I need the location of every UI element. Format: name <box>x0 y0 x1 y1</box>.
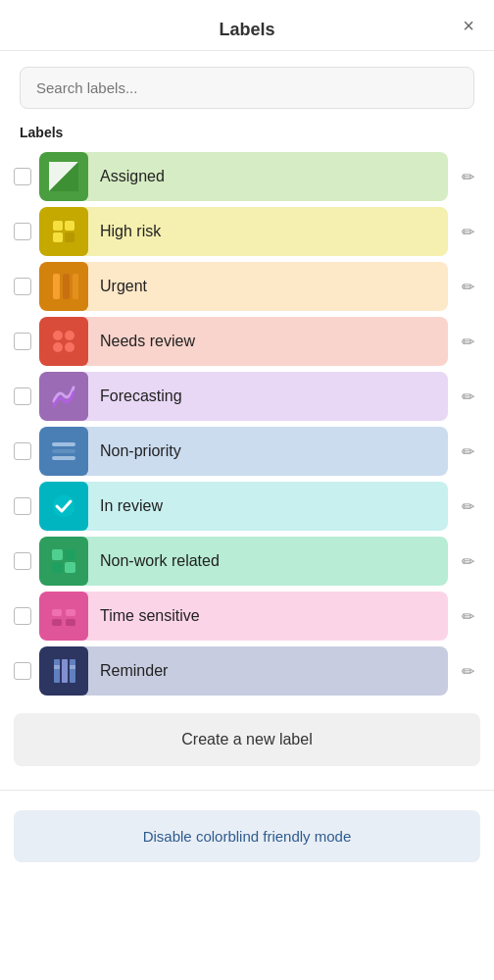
svg-rect-21 <box>66 609 75 616</box>
svg-rect-26 <box>70 659 75 683</box>
list-item: Forecasting ✏ <box>14 372 480 421</box>
label-pill-needs-review: Needs review <box>39 317 448 366</box>
edit-button-time-sensitive[interactable]: ✏ <box>456 606 480 627</box>
label-name-non-priority: Non-priority <box>88 442 448 460</box>
edit-button-urgent[interactable]: ✏ <box>456 277 480 297</box>
svg-rect-16 <box>52 549 63 560</box>
svg-rect-28 <box>70 665 75 669</box>
svg-rect-4 <box>53 232 63 242</box>
pencil-icon: ✏ <box>462 662 474 681</box>
label-name-assigned: Assigned <box>88 168 448 185</box>
label-icon-needs-review <box>39 317 88 366</box>
edit-button-assigned[interactable]: ✏ <box>456 167 480 187</box>
svg-point-12 <box>65 342 74 352</box>
search-input[interactable] <box>20 67 474 109</box>
list-item: Needs review ✏ <box>14 317 480 366</box>
svg-rect-6 <box>53 274 60 299</box>
label-name-reminder: Reminder <box>88 662 448 680</box>
svg-rect-18 <box>52 562 63 573</box>
label-name-in-review: In review <box>88 497 448 515</box>
pencil-icon: ✏ <box>462 168 474 186</box>
label-icon-time-sensitive <box>39 592 88 641</box>
list-item: Reminder ✏ <box>14 646 480 696</box>
edit-button-reminder[interactable]: ✏ <box>456 661 480 682</box>
search-area <box>0 51 494 117</box>
list-item: Non-work related ✏ <box>14 537 480 586</box>
edit-button-non-work[interactable]: ✏ <box>456 551 480 572</box>
label-name-non-work: Non-work related <box>88 552 448 570</box>
pencil-icon: ✏ <box>462 607 474 626</box>
label-pill-assigned: Assigned <box>39 152 448 201</box>
svg-rect-24 <box>54 659 60 683</box>
svg-rect-15 <box>52 456 75 460</box>
close-button[interactable]: × <box>463 16 474 35</box>
edit-button-in-review[interactable]: ✏ <box>456 496 480 517</box>
svg-rect-23 <box>66 619 75 626</box>
edit-button-non-priority[interactable]: ✏ <box>456 441 480 462</box>
svg-rect-20 <box>52 609 62 616</box>
modal-header: Labels × <box>0 0 494 51</box>
list-item: High risk ✏ <box>14 207 480 256</box>
label-checkbox-reminder[interactable] <box>14 662 31 680</box>
modal-container: Labels × Labels Assigned ✏ High ris <box>0 0 494 980</box>
label-checkbox-non-work[interactable] <box>14 552 31 570</box>
label-pill-in-review: In review <box>39 482 448 531</box>
svg-rect-3 <box>65 221 74 231</box>
svg-rect-17 <box>65 549 75 560</box>
label-pill-non-priority: Non-priority <box>39 427 448 476</box>
label-pill-non-work: Non-work related <box>39 537 448 586</box>
footer: Create a new label <box>0 713 494 766</box>
list-item: Urgent ✏ <box>14 262 480 311</box>
bottom-section: Disable colorblind friendly mode <box>0 790 494 882</box>
label-checkbox-forecasting[interactable] <box>14 387 31 405</box>
modal-title: Labels <box>219 20 274 40</box>
svg-rect-14 <box>52 449 75 453</box>
svg-rect-27 <box>54 665 60 669</box>
label-icon-urgent <box>39 262 88 311</box>
label-name-high-risk: High risk <box>88 223 448 240</box>
label-icon-reminder <box>39 646 88 696</box>
label-pill-time-sensitive: Time sensitive <box>39 592 448 641</box>
svg-rect-2 <box>53 221 63 231</box>
svg-rect-22 <box>52 619 62 626</box>
label-name-time-sensitive: Time sensitive <box>88 607 448 625</box>
label-checkbox-high-risk[interactable] <box>14 223 31 240</box>
svg-point-9 <box>53 331 63 340</box>
list-item: Assigned ✏ <box>14 152 480 201</box>
label-icon-non-work <box>39 537 88 586</box>
pencil-icon: ✏ <box>462 223 474 241</box>
pencil-icon: ✏ <box>462 497 474 516</box>
pencil-icon: ✏ <box>462 333 474 351</box>
label-icon-high-risk <box>39 207 88 256</box>
edit-button-forecasting[interactable]: ✏ <box>456 387 480 407</box>
section-title: Labels <box>0 117 494 152</box>
label-checkbox-needs-review[interactable] <box>14 333 31 350</box>
label-checkbox-non-priority[interactable] <box>14 442 31 460</box>
edit-button-needs-review[interactable]: ✏ <box>456 332 480 352</box>
label-name-needs-review: Needs review <box>88 333 448 350</box>
label-name-urgent: Urgent <box>88 278 448 295</box>
svg-rect-25 <box>62 659 68 683</box>
pencil-icon: ✏ <box>462 442 474 461</box>
svg-point-11 <box>53 342 63 352</box>
svg-rect-5 <box>65 232 74 242</box>
labels-list: Assigned ✏ High risk ✏ Urgent <box>0 152 494 696</box>
label-pill-urgent: Urgent <box>39 262 448 311</box>
label-pill-reminder: Reminder <box>39 646 448 696</box>
edit-button-high-risk[interactable]: ✏ <box>456 222 480 242</box>
list-item: In review ✏ <box>14 482 480 531</box>
label-icon-non-priority <box>39 427 88 476</box>
label-checkbox-assigned[interactable] <box>14 168 31 185</box>
create-label-button[interactable]: Create a new label <box>14 713 480 766</box>
label-checkbox-time-sensitive[interactable] <box>14 607 31 625</box>
pencil-icon: ✏ <box>462 387 474 406</box>
disable-colorblind-button[interactable]: Disable colorblind friendly mode <box>14 810 480 862</box>
label-checkbox-in-review[interactable] <box>14 497 31 515</box>
label-pill-high-risk: High risk <box>39 207 448 256</box>
label-checkbox-urgent[interactable] <box>14 278 31 295</box>
label-icon-forecasting <box>39 372 88 421</box>
label-icon-in-review <box>39 482 88 531</box>
svg-rect-19 <box>65 562 75 573</box>
list-item: Non-priority ✏ <box>14 427 480 476</box>
svg-rect-7 <box>63 274 70 299</box>
